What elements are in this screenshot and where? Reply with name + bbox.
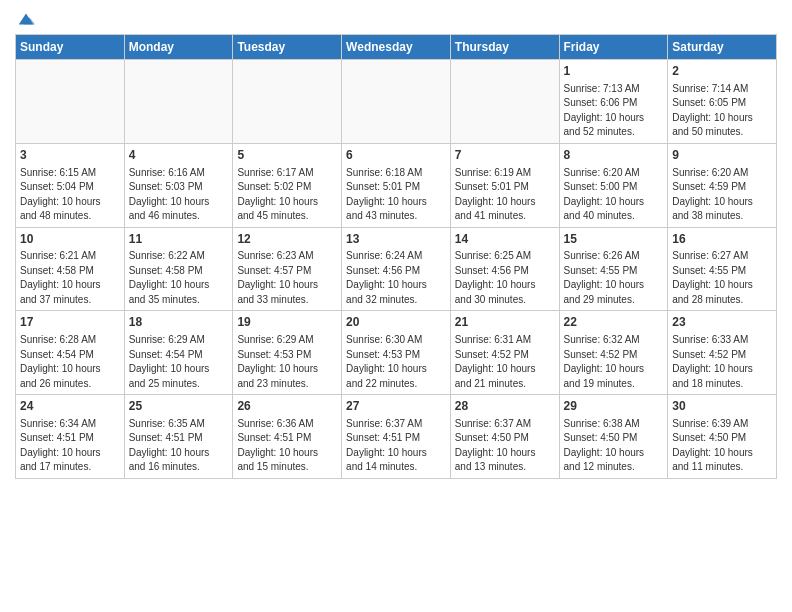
day-info: Sunrise: 6:27 AMSunset: 4:55 PMDaylight:… [672,249,772,307]
day-info: Sunrise: 6:25 AMSunset: 4:56 PMDaylight:… [455,249,555,307]
calendar-cell: 14Sunrise: 6:25 AMSunset: 4:56 PMDayligh… [450,227,559,311]
day-number: 21 [455,314,555,331]
day-info: Sunrise: 6:22 AMSunset: 4:58 PMDaylight:… [129,249,229,307]
calendar-cell: 17Sunrise: 6:28 AMSunset: 4:54 PMDayligh… [16,311,125,395]
logo [15,10,35,28]
weekday-header: Sunday [16,35,125,60]
day-info: Sunrise: 6:20 AMSunset: 4:59 PMDaylight:… [672,166,772,224]
day-number: 18 [129,314,229,331]
day-info: Sunrise: 6:32 AMSunset: 4:52 PMDaylight:… [564,333,664,391]
day-number: 8 [564,147,664,164]
calendar-cell: 6Sunrise: 6:18 AMSunset: 5:01 PMDaylight… [342,143,451,227]
day-number: 7 [455,147,555,164]
calendar-cell: 10Sunrise: 6:21 AMSunset: 4:58 PMDayligh… [16,227,125,311]
day-info: Sunrise: 6:30 AMSunset: 4:53 PMDaylight:… [346,333,446,391]
calendar-cell: 5Sunrise: 6:17 AMSunset: 5:02 PMDaylight… [233,143,342,227]
day-number: 1 [564,63,664,80]
day-info: Sunrise: 6:31 AMSunset: 4:52 PMDaylight:… [455,333,555,391]
day-number: 20 [346,314,446,331]
calendar-cell: 18Sunrise: 6:29 AMSunset: 4:54 PMDayligh… [124,311,233,395]
day-info: Sunrise: 6:18 AMSunset: 5:01 PMDaylight:… [346,166,446,224]
day-number: 6 [346,147,446,164]
day-number: 12 [237,231,337,248]
day-info: Sunrise: 6:33 AMSunset: 4:52 PMDaylight:… [672,333,772,391]
day-info: Sunrise: 6:23 AMSunset: 4:57 PMDaylight:… [237,249,337,307]
calendar-cell: 29Sunrise: 6:38 AMSunset: 4:50 PMDayligh… [559,395,668,479]
calendar-cell: 7Sunrise: 6:19 AMSunset: 5:01 PMDaylight… [450,143,559,227]
calendar-cell: 12Sunrise: 6:23 AMSunset: 4:57 PMDayligh… [233,227,342,311]
day-number: 14 [455,231,555,248]
calendar-cell: 27Sunrise: 6:37 AMSunset: 4:51 PMDayligh… [342,395,451,479]
calendar-cell: 8Sunrise: 6:20 AMSunset: 5:00 PMDaylight… [559,143,668,227]
calendar-cell: 3Sunrise: 6:15 AMSunset: 5:04 PMDaylight… [16,143,125,227]
day-number: 29 [564,398,664,415]
calendar-cell: 26Sunrise: 6:36 AMSunset: 4:51 PMDayligh… [233,395,342,479]
calendar-cell [233,60,342,144]
calendar-cell: 24Sunrise: 6:34 AMSunset: 4:51 PMDayligh… [16,395,125,479]
day-info: Sunrise: 6:34 AMSunset: 4:51 PMDaylight:… [20,417,120,475]
calendar-week-row: 1Sunrise: 7:13 AMSunset: 6:06 PMDaylight… [16,60,777,144]
day-number: 10 [20,231,120,248]
day-number: 17 [20,314,120,331]
calendar-cell: 25Sunrise: 6:35 AMSunset: 4:51 PMDayligh… [124,395,233,479]
day-number: 2 [672,63,772,80]
calendar-cell: 2Sunrise: 7:14 AMSunset: 6:05 PMDaylight… [668,60,777,144]
day-number: 22 [564,314,664,331]
calendar-cell [450,60,559,144]
calendar-body: 1Sunrise: 7:13 AMSunset: 6:06 PMDaylight… [16,60,777,479]
day-info: Sunrise: 7:13 AMSunset: 6:06 PMDaylight:… [564,82,664,140]
day-number: 11 [129,231,229,248]
day-info: Sunrise: 6:15 AMSunset: 5:04 PMDaylight:… [20,166,120,224]
day-number: 23 [672,314,772,331]
calendar-cell: 16Sunrise: 6:27 AMSunset: 4:55 PMDayligh… [668,227,777,311]
day-info: Sunrise: 6:24 AMSunset: 4:56 PMDaylight:… [346,249,446,307]
day-number: 5 [237,147,337,164]
calendar-cell: 19Sunrise: 6:29 AMSunset: 4:53 PMDayligh… [233,311,342,395]
logo-area [15,10,35,28]
calendar-cell: 9Sunrise: 6:20 AMSunset: 4:59 PMDaylight… [668,143,777,227]
day-info: Sunrise: 6:19 AMSunset: 5:01 PMDaylight:… [455,166,555,224]
day-number: 13 [346,231,446,248]
calendar-week-row: 10Sunrise: 6:21 AMSunset: 4:58 PMDayligh… [16,227,777,311]
day-number: 25 [129,398,229,415]
day-number: 9 [672,147,772,164]
calendar-cell: 21Sunrise: 6:31 AMSunset: 4:52 PMDayligh… [450,311,559,395]
calendar-table: SundayMondayTuesdayWednesdayThursdayFrid… [15,34,777,479]
calendar-cell: 28Sunrise: 6:37 AMSunset: 4:50 PMDayligh… [450,395,559,479]
calendar-cell: 4Sunrise: 6:16 AMSunset: 5:03 PMDaylight… [124,143,233,227]
calendar-cell: 1Sunrise: 7:13 AMSunset: 6:06 PMDaylight… [559,60,668,144]
day-info: Sunrise: 6:17 AMSunset: 5:02 PMDaylight:… [237,166,337,224]
day-info: Sunrise: 6:35 AMSunset: 4:51 PMDaylight:… [129,417,229,475]
day-info: Sunrise: 6:39 AMSunset: 4:50 PMDaylight:… [672,417,772,475]
calendar-week-row: 17Sunrise: 6:28 AMSunset: 4:54 PMDayligh… [16,311,777,395]
day-number: 16 [672,231,772,248]
page: SundayMondayTuesdayWednesdayThursdayFrid… [0,0,792,489]
calendar-cell [342,60,451,144]
day-number: 3 [20,147,120,164]
day-number: 19 [237,314,337,331]
day-number: 26 [237,398,337,415]
calendar-cell: 23Sunrise: 6:33 AMSunset: 4:52 PMDayligh… [668,311,777,395]
day-info: Sunrise: 6:26 AMSunset: 4:55 PMDaylight:… [564,249,664,307]
weekday-header: Tuesday [233,35,342,60]
weekday-header: Saturday [668,35,777,60]
day-number: 24 [20,398,120,415]
day-info: Sunrise: 6:38 AMSunset: 4:50 PMDaylight:… [564,417,664,475]
calendar-cell [16,60,125,144]
day-info: Sunrise: 6:36 AMSunset: 4:51 PMDaylight:… [237,417,337,475]
day-info: Sunrise: 6:28 AMSunset: 4:54 PMDaylight:… [20,333,120,391]
day-info: Sunrise: 7:14 AMSunset: 6:05 PMDaylight:… [672,82,772,140]
day-info: Sunrise: 6:37 AMSunset: 4:51 PMDaylight:… [346,417,446,475]
calendar-cell: 15Sunrise: 6:26 AMSunset: 4:55 PMDayligh… [559,227,668,311]
logo-icon [17,10,35,28]
day-number: 30 [672,398,772,415]
calendar-cell: 11Sunrise: 6:22 AMSunset: 4:58 PMDayligh… [124,227,233,311]
calendar-week-row: 3Sunrise: 6:15 AMSunset: 5:04 PMDaylight… [16,143,777,227]
header [15,10,777,28]
header-row: SundayMondayTuesdayWednesdayThursdayFrid… [16,35,777,60]
day-number: 28 [455,398,555,415]
day-number: 15 [564,231,664,248]
weekday-header: Friday [559,35,668,60]
calendar-cell: 13Sunrise: 6:24 AMSunset: 4:56 PMDayligh… [342,227,451,311]
weekday-header: Monday [124,35,233,60]
